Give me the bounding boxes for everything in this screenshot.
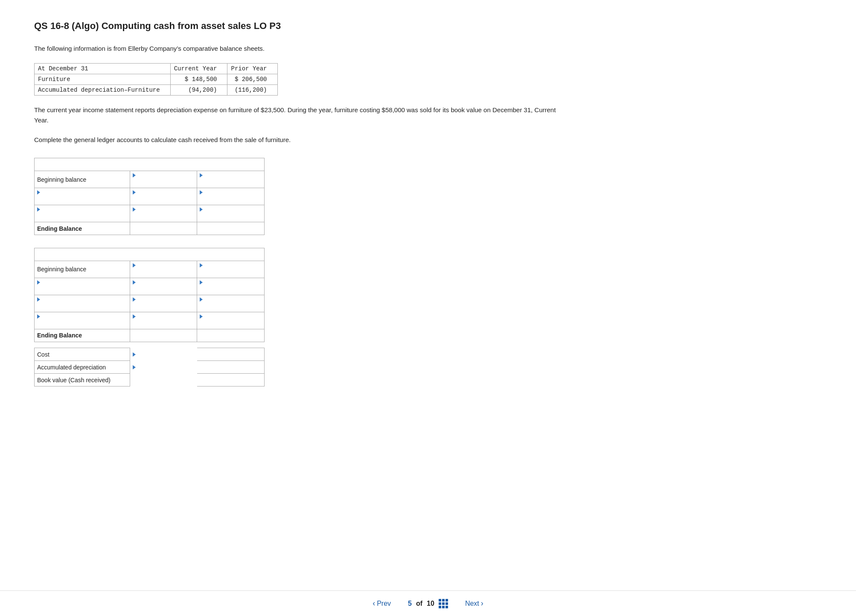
- grid-cell: [439, 606, 441, 608]
- furniture-row2-left-cell[interactable]: [130, 188, 197, 205]
- arrow-icon: [133, 314, 136, 319]
- summary-book-row: Book value (Cash received): [35, 374, 265, 386]
- bs-row-furniture: Furniture $ 148,500 $ 206,500: [35, 74, 278, 85]
- arrow-icon: [133, 365, 136, 369]
- prev-button[interactable]: ‹ Prev: [373, 599, 391, 608]
- furniture-beginning-left-input[interactable]: [133, 179, 195, 187]
- accum-row-4: [35, 312, 265, 329]
- grid-cell: [442, 602, 445, 605]
- furniture-row3-left-cell[interactable]: [130, 205, 197, 222]
- chevron-right-icon: ›: [481, 599, 483, 608]
- accum-row3-left-input[interactable]: [133, 303, 195, 311]
- bs-col-header-prior: Prior Year: [227, 64, 277, 74]
- arrow-icon: [37, 190, 40, 195]
- accum-row4-left-input[interactable]: [133, 320, 195, 328]
- summary-cost-input-cell[interactable]: [197, 348, 265, 361]
- furniture-row3-left-input[interactable]: [133, 213, 195, 221]
- accum-row3-left-cell[interactable]: [130, 295, 197, 312]
- arrow-icon: [200, 297, 203, 302]
- furniture-row2-right-input[interactable]: [200, 196, 262, 204]
- accum-row4-right-cell[interactable]: [197, 312, 265, 329]
- bs-accum-dep-label: Accumulated depreciation–Furniture: [35, 85, 171, 96]
- summary-accum-input[interactable]: [200, 363, 262, 371]
- accum-row4-right-input[interactable]: [200, 320, 262, 328]
- accum-ending-right-cell[interactable]: [197, 329, 265, 342]
- accum-row3-label[interactable]: [35, 295, 130, 312]
- furniture-beginning-left-cell[interactable]: [130, 171, 197, 188]
- accum-ending-left-input[interactable]: [133, 331, 195, 340]
- summary-section: Cost Accumulated depreciation: [34, 348, 265, 386]
- furniture-row2-label[interactable]: [35, 188, 130, 205]
- page-info: 5 of 10: [408, 599, 448, 608]
- summary-accum-input-cell[interactable]: [197, 361, 265, 374]
- accum-beginning-right-input[interactable]: [200, 269, 262, 277]
- furniture-ending-left-input[interactable]: [133, 224, 195, 232]
- furniture-beginning-label: Beginning balance: [35, 171, 130, 188]
- accum-ending-left-cell[interactable]: [130, 329, 197, 342]
- accum-row2-label[interactable]: [35, 278, 130, 295]
- arrow-icon: [200, 190, 203, 195]
- furniture-ending-right-input[interactable]: [200, 224, 262, 232]
- accum-row2-right-input[interactable]: [200, 286, 262, 294]
- arrow-icon: [133, 207, 136, 212]
- accum-row4-label-input[interactable]: [37, 320, 127, 328]
- arrow-icon: [200, 314, 203, 319]
- section-gap: [34, 241, 563, 248]
- grid-icon[interactable]: [439, 599, 448, 608]
- grid-cell: [439, 602, 441, 605]
- accum-spacer-row: [35, 342, 265, 348]
- grid-cell: [439, 599, 441, 601]
- furniture-row2-label-input[interactable]: [37, 196, 127, 204]
- furniture-row2-left-input[interactable]: [133, 196, 195, 204]
- arrow-icon: [133, 173, 136, 177]
- furniture-row3-label-input[interactable]: [37, 213, 127, 221]
- accum-row3-right-input[interactable]: [200, 303, 262, 311]
- furniture-row3-right-input[interactable]: [200, 213, 262, 221]
- summary-cost-input[interactable]: [200, 350, 262, 358]
- accum-row2-label-input[interactable]: [37, 286, 127, 294]
- accum-dep-ledger-table: Accumulated Depreciation Beginning balan…: [34, 248, 265, 348]
- navigation-footer: ‹ Prev 5 of 10 Next ›: [0, 590, 856, 616]
- accum-row-beginning: Beginning balance: [35, 261, 265, 278]
- bs-furniture-prior: $ 206,500: [227, 74, 277, 85]
- summary-accum-label: Accumulated depreciation: [35, 361, 130, 374]
- summary-book-label: Book value (Cash received): [35, 374, 130, 386]
- accum-row2-left-cell[interactable]: [130, 278, 197, 295]
- accum-row4-label[interactable]: [35, 312, 130, 329]
- accum-row3-label-input[interactable]: [37, 303, 127, 311]
- furniture-row-beginning: Beginning balance: [35, 171, 265, 188]
- accum-ending-right-input[interactable]: [200, 331, 262, 340]
- furniture-row3-label[interactable]: [35, 205, 130, 222]
- arrow-icon: [37, 280, 40, 285]
- furniture-row2-right-cell[interactable]: [197, 188, 265, 205]
- furniture-row3-right-cell[interactable]: [197, 205, 265, 222]
- bs-accum-dep-current: (94,200): [170, 85, 227, 96]
- arrow-icon: [37, 297, 40, 302]
- accum-beginning-left-input[interactable]: [133, 269, 195, 277]
- summary-book-input-cell[interactable]: [197, 374, 265, 386]
- instruction-text: Complete the general ledger accounts to …: [34, 135, 563, 145]
- accum-dep-ledger-header: Accumulated Depreciation: [35, 248, 265, 261]
- furniture-ledger-header: Furniture: [35, 158, 265, 171]
- furniture-row-2: [35, 188, 265, 205]
- next-button[interactable]: Next ›: [465, 599, 483, 608]
- arrow-icon: [37, 314, 40, 319]
- total-pages: 10: [427, 600, 434, 607]
- accum-row3-right-cell[interactable]: [197, 295, 265, 312]
- accum-row4-left-cell[interactable]: [130, 312, 197, 329]
- accum-row2-left-input[interactable]: [133, 286, 195, 294]
- chevron-left-icon: ‹: [373, 599, 375, 608]
- next-label: Next: [465, 600, 479, 607]
- furniture-beginning-right-cell[interactable]: [197, 171, 265, 188]
- furniture-beginning-right-input[interactable]: [200, 179, 262, 187]
- furniture-ending-right-cell[interactable]: [197, 222, 265, 235]
- summary-book-input[interactable]: [200, 376, 262, 384]
- accum-beginning-right-cell[interactable]: [197, 261, 265, 278]
- furniture-row-3: [35, 205, 265, 222]
- current-page-number: 5: [408, 600, 412, 607]
- accum-ending-label: Ending Balance: [35, 329, 130, 342]
- furniture-ending-left-cell[interactable]: [130, 222, 197, 235]
- accum-row2-right-cell[interactable]: [197, 278, 265, 295]
- accum-beginning-left-cell[interactable]: [130, 261, 197, 278]
- bs-furniture-current: $ 148,500: [170, 74, 227, 85]
